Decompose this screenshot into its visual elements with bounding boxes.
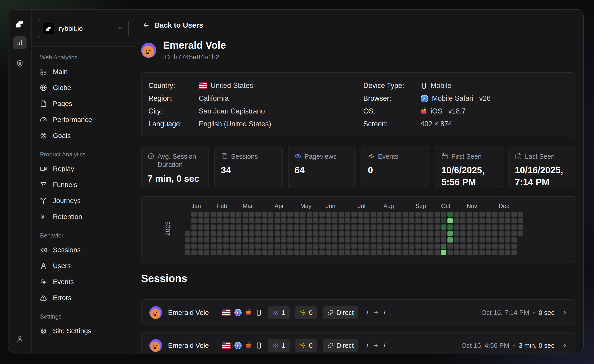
pageviews-count: 1 — [282, 342, 285, 349]
heatmap-cell — [307, 250, 312, 255]
heatmap-cell — [255, 244, 261, 249]
pageviews-badge: 1 — [268, 339, 290, 352]
sidebar-item-main[interactable]: Main — [40, 64, 129, 80]
heatmap-cell — [512, 244, 517, 249]
heatmap-cell — [300, 244, 305, 249]
heatmap-cell — [499, 231, 504, 236]
heatmap-cell — [191, 250, 197, 255]
sidebar-item-errors[interactable]: Errors — [40, 290, 129, 306]
heatmap-cell — [275, 231, 280, 236]
link-icon — [327, 342, 334, 349]
chevron-right-icon[interactable] — [561, 309, 568, 316]
heatmap-cell — [185, 250, 190, 255]
heatmap-cell — [223, 250, 229, 255]
sidebar-item-label: Replay — [53, 165, 74, 173]
info-value: San Juan Capistrano — [199, 107, 265, 115]
info-row: Screen:402 × 874 — [363, 118, 569, 130]
sidebar-item-replay[interactable]: Replay — [40, 161, 129, 177]
heatmap-cell — [210, 250, 216, 255]
heatmap-cell — [339, 231, 344, 236]
rail-admin-button[interactable] — [13, 57, 27, 70]
sidebar-section-label: Settings — [40, 313, 129, 320]
heatmap-cell — [505, 231, 510, 236]
stat-card-first-seen: First Seen10/6/2025, 5:56 PM — [435, 146, 503, 188]
icon-rail — [8, 10, 32, 353]
heatmap-cell — [467, 237, 472, 242]
heatmap-cell — [294, 250, 299, 255]
heatmap-cell — [268, 250, 273, 255]
heatmap-cell — [243, 224, 248, 230]
apple-icon — [420, 107, 427, 115]
video-icon — [40, 165, 47, 172]
heatmap-cell — [204, 224, 209, 230]
session-avatar — [149, 339, 162, 352]
heatmap-cell — [281, 231, 286, 236]
chevron-right-icon[interactable] — [561, 342, 568, 349]
heatmap-cell — [236, 212, 242, 217]
heatmap-cell — [512, 250, 517, 255]
sidebar-item-users[interactable]: Users — [40, 258, 129, 274]
heatmap-cell — [377, 244, 382, 249]
session-row[interactable]: Emerald Vole10Direct//Oct 16, 4:56 PM•3 … — [141, 332, 576, 353]
rail-account-button[interactable] — [13, 332, 27, 345]
heatmap-cell — [223, 212, 229, 217]
info-row: Device Type:Mobile — [363, 79, 569, 92]
channel-label: Direct — [336, 309, 354, 317]
session-duration: 0 sec — [539, 309, 554, 317]
info-label: OS: — [363, 107, 420, 115]
site-selector[interactable]: rybbit.io — [38, 19, 129, 38]
heatmap-cell — [268, 231, 273, 236]
heatmap-cell — [262, 218, 267, 223]
info-row: OS:iOSv18.7 — [363, 105, 569, 118]
sidebar-item-sessions[interactable]: Sessions — [40, 242, 129, 258]
sidebar-item-performance[interactable]: Performance — [40, 112, 129, 128]
heatmap-cell — [351, 237, 357, 242]
heatmap-cell — [409, 250, 414, 255]
sidebar-item-site-settings[interactable]: Site Settings — [40, 323, 129, 339]
heatmap-cell — [287, 250, 293, 255]
sidebar-item-events[interactable]: Events — [40, 274, 129, 290]
session-row[interactable]: Emerald Vole10Direct//Oct 16, 7:14 PM•0 … — [141, 299, 576, 326]
heatmap-cell — [473, 231, 478, 236]
heatmap-cell — [223, 224, 229, 230]
heatmap-cell — [415, 244, 421, 249]
stat-label: Avg. Session Duration — [157, 152, 202, 169]
heatmap-cell — [249, 250, 254, 255]
heatmap-cell — [454, 244, 459, 249]
session-device-icons — [222, 342, 262, 349]
sidebar-item-pages[interactable]: Pages — [40, 96, 129, 112]
heatmap-cell — [460, 250, 466, 255]
stat-card-header: Last Seen — [515, 152, 570, 161]
heatmap-cell — [492, 244, 498, 249]
heatmap-cell — [268, 218, 273, 223]
info-value: United States — [199, 82, 253, 90]
heatmap-cell — [415, 224, 421, 230]
stat-label: Last Seen — [525, 152, 555, 161]
heatmap-cell — [255, 237, 261, 242]
rail-analytics-button[interactable] — [13, 36, 27, 49]
sidebar-item-journeys[interactable]: Journeys — [40, 193, 129, 209]
sidebar-item-globe[interactable]: Globe — [40, 80, 129, 96]
sidebar-item-goals[interactable]: Goals — [40, 128, 129, 144]
heatmap-cell — [492, 250, 498, 255]
sidebar-item-retention[interactable]: Retention — [40, 209, 129, 225]
heatmap-cell — [428, 224, 433, 230]
smartphone-icon — [255, 309, 262, 316]
heatmap-cell — [268, 237, 273, 242]
heatmap-cell — [364, 244, 370, 249]
back-to-users-button[interactable]: Back to Users — [141, 20, 204, 30]
heatmap-cell — [204, 231, 209, 236]
safari-icon — [234, 342, 242, 349]
stat-label: First Seen — [451, 152, 481, 161]
heatmap-cell — [287, 231, 293, 236]
heatmap-cell — [243, 250, 248, 255]
heatmap-cell — [198, 250, 203, 255]
heatmap-cell — [281, 250, 286, 255]
heatmap-cell — [512, 231, 517, 236]
calendar-icon — [441, 153, 448, 160]
heatmap-cell — [390, 218, 395, 223]
heatmap-cell — [339, 237, 344, 242]
sidebar-item-funnels[interactable]: Funnels — [40, 177, 129, 193]
heatmap-cell — [198, 244, 203, 249]
back-to-users-label: Back to Users — [154, 21, 203, 29]
